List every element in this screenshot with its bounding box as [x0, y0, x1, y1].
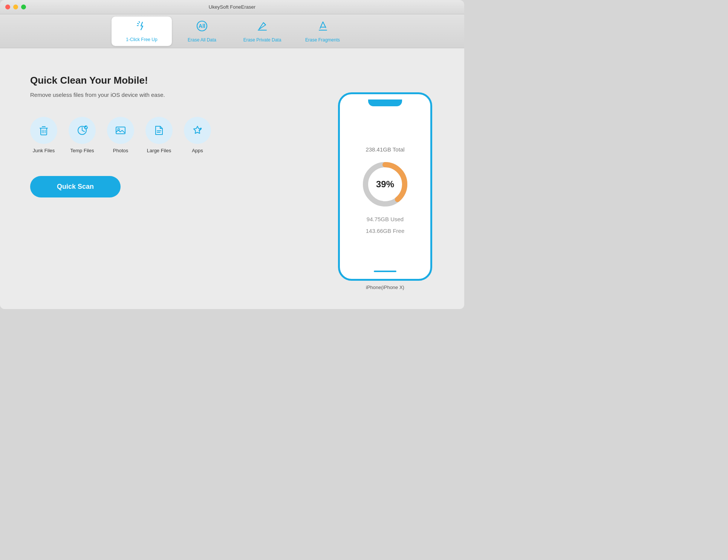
large-files-icon-circle	[145, 117, 173, 144]
category-apps[interactable]: Apps	[184, 117, 211, 153]
erase-all-icon: All	[196, 20, 208, 35]
photos-label: Photos	[113, 148, 128, 153]
tab-erase-private-data[interactable]: Erase Private Data	[232, 17, 292, 46]
headline: Quick Clean Your Mobile!	[30, 75, 314, 86]
one-click-icon	[136, 20, 148, 35]
usage-percent: 39%	[376, 179, 394, 190]
minimize-button[interactable]	[13, 5, 18, 9]
tab-bar: 1-Click Free Up All Erase All Data Erase…	[0, 14, 464, 48]
phone-content: 238.41GB Total 39% 94.75GB	[345, 111, 425, 269]
tab-erase-fragments[interactable]: Erase Fragments	[292, 17, 353, 46]
title-bar: UkeySoft FoneEraser	[0, 0, 464, 14]
right-section: 238.41GB Total 39% 94.75GB	[329, 67, 442, 290]
window-controls	[5, 5, 26, 9]
junk-files-icon-circle	[30, 117, 57, 144]
temp-files-icon-circle	[69, 117, 96, 144]
tab-erase-fragments-label: Erase Fragments	[305, 37, 340, 43]
tab-erase-private-label: Erase Private Data	[243, 37, 281, 43]
category-icons-row: Junk Files Temp Files	[30, 117, 314, 153]
phone-mockup: 238.41GB Total 39% 94.75GB	[338, 92, 432, 290]
phone-notch	[368, 99, 402, 106]
svg-text:All: All	[199, 23, 205, 29]
maximize-button[interactable]	[21, 5, 26, 9]
storage-free: 143.66GB Free	[366, 228, 405, 234]
category-large-files[interactable]: Large Files	[145, 117, 173, 153]
category-temp-files[interactable]: Temp Files	[69, 117, 96, 153]
apps-icon-circle	[184, 117, 211, 144]
apps-label: Apps	[192, 148, 203, 153]
category-photos[interactable]: Photos	[107, 117, 134, 153]
close-button[interactable]	[5, 5, 10, 9]
tab-one-click-free-up[interactable]: 1-Click Free Up	[112, 17, 172, 46]
left-section: Quick Clean Your Mobile! Remove useless …	[30, 67, 314, 290]
category-junk-files[interactable]: Junk Files	[30, 117, 57, 153]
junk-files-label: Junk Files	[33, 148, 55, 153]
erase-fragments-icon	[316, 20, 329, 35]
photos-icon-circle	[107, 117, 134, 144]
main-content: Quick Clean Your Mobile! Remove useless …	[0, 48, 464, 309]
phone-home-bar	[374, 271, 396, 272]
svg-point-9	[84, 125, 88, 129]
quick-scan-button[interactable]: Quick Scan	[30, 176, 121, 197]
svg-rect-10	[116, 127, 125, 134]
tab-erase-all-label: Erase All Data	[188, 37, 216, 43]
large-files-label: Large Files	[147, 148, 171, 153]
tab-one-click-label: 1-Click Free Up	[126, 37, 157, 42]
erase-private-icon	[256, 20, 269, 35]
phone-frame: 238.41GB Total 39% 94.75GB	[338, 92, 432, 281]
tab-erase-all-data[interactable]: All Erase All Data	[172, 17, 232, 46]
device-label: iPhone(iPhone X)	[366, 285, 404, 290]
subtext: Remove useless files from your iOS devic…	[30, 92, 314, 98]
app-title: UkeySoft FoneEraser	[209, 4, 255, 10]
storage-donut-chart: 39%	[359, 158, 411, 211]
storage-total: 238.41GB Total	[366, 146, 404, 153]
temp-files-label: Temp Files	[70, 148, 94, 153]
storage-used: 94.75GB Used	[367, 216, 404, 222]
